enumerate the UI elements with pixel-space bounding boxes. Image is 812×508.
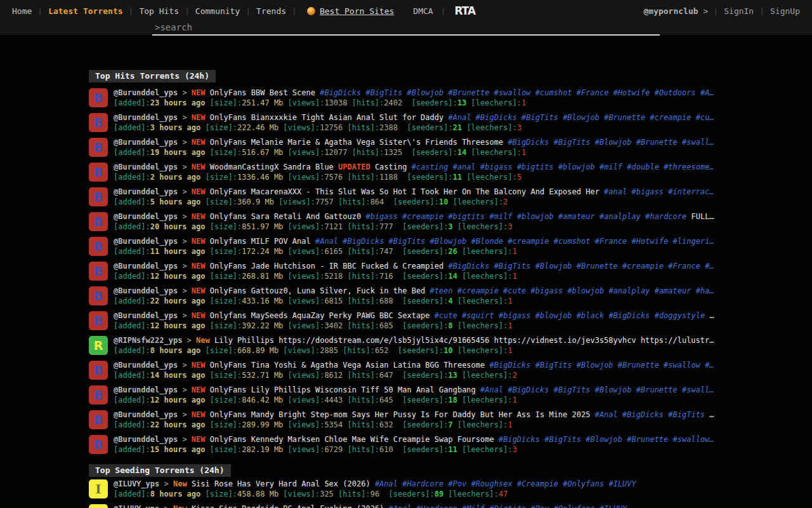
hashtag-link[interactable]: #bigass [499, 311, 531, 320]
torrent-title-link[interactable]: OnlyFans Lily Phillips Wisconsin Tiff 50… [210, 385, 476, 394]
torrent-title-link[interactable]: Kissa Sins Roadside BG Anal Fucking (202… [192, 504, 384, 508]
username-link[interactable]: @Burunddel_yps [114, 187, 178, 196]
hashtag-link[interactable]: #cute [435, 311, 457, 320]
hashtag-link[interactable]: #cumshot [554, 237, 591, 246]
user-avatar[interactable]: I [89, 479, 108, 498]
hashtag-link[interactable]: #Blowjob [430, 237, 467, 246]
hashtag-link[interactable]: #casting [412, 163, 449, 171]
username-link[interactable]: @Burunddel_yps [114, 385, 178, 394]
hashtag-link[interactable]: #Hotwife [632, 237, 669, 246]
hashtag-link[interactable]: #Hotwife [613, 88, 650, 97]
hashtag-link[interactable]: #blowjob [517, 212, 554, 221]
hashtag-link[interactable]: #Blowjob [577, 361, 613, 370]
username-link[interactable]: @Burunddel_yps [114, 212, 178, 221]
torrent-title-link[interactable]: OnlyFans Kennedy Marksen Chloe Mae Wife … [210, 435, 494, 444]
user-avatar[interactable]: B [89, 163, 108, 182]
hashtag-link[interactable]: #lingeri… [673, 237, 714, 246]
hashtag-link[interactable]: #Brunette [636, 138, 678, 147]
hashtag-link[interactable]: #Blowjob [586, 435, 622, 444]
hashtag-link[interactable]: #A… [700, 88, 714, 97]
username-link[interactable]: @Burunddel_yps [114, 262, 178, 271]
hashtag-link[interactable]: #creampie [622, 262, 664, 271]
hashtag-link[interactable]: #BigTits [521, 113, 558, 122]
signup-link[interactable]: SignUp [764, 6, 806, 16]
hashtag-link[interactable]: #Milf [462, 504, 485, 508]
hashtag-link[interactable]: #BigTits [554, 385, 591, 394]
hashtag-link[interactable]: #black [577, 311, 604, 320]
torrent-title-link[interactable]: OnlyFans Mandy Bright Step-mom Says Her … [210, 410, 591, 419]
hashtag-link[interactable]: #bigtits [449, 212, 485, 221]
user-avatar[interactable]: B [89, 187, 108, 206]
torrent-title-link[interactable]: OnlyFans Gattouz0, Luna Silver, Fuck in … [210, 286, 426, 295]
hashtag-link[interactable]: #swallow [664, 361, 700, 370]
username-link[interactable]: @Burunddel_yps [114, 286, 178, 295]
hashtag-link[interactable]: #swall… [682, 385, 714, 394]
hashtag-link[interactable]: #creampie [457, 286, 499, 295]
hashtag-link[interactable]: #swallow [494, 88, 531, 97]
hashtag-link[interactable]: #Anal [315, 237, 338, 246]
hashtag-link[interactable]: #Bigtits [490, 504, 527, 508]
hashtag-link[interactable]: #analplay [599, 212, 641, 221]
hashtag-link[interactable]: #Hardcore [416, 504, 457, 508]
torrent-title-link[interactable]: Onlyfans Sara Retali And Gattouz0 [210, 212, 361, 221]
hashtag-link[interactable]: #amateur [655, 286, 691, 295]
hashtag-link[interactable]: #Blowjob [595, 138, 632, 147]
user-avatar[interactable]: B [89, 385, 108, 404]
hashtag-link[interactable]: #swallow… [673, 435, 714, 444]
hashtag-link[interactable]: #cumshot [535, 88, 572, 97]
hashtag-link[interactable]: #bigass [480, 163, 513, 171]
hashtag-link[interactable]: #Creampie [517, 479, 558, 488]
hashtag-link[interactable]: #milf [599, 163, 622, 171]
hashtag-link[interactable]: #bigass [631, 187, 664, 196]
user-avatar[interactable]: B [89, 311, 108, 330]
hashtag-link[interactable]: #Blowjob [563, 113, 599, 122]
hashtag-link[interactable]: #Brunette [577, 262, 618, 271]
hashtag-link[interactable]: #swall… [682, 138, 714, 147]
torrent-title-link[interactable]: OnlyFans Jade Hutchison - IR BBC Fucked … [210, 262, 443, 271]
hashtag-link[interactable]: #threesome… [664, 163, 714, 171]
nav-item-top-hits[interactable]: Top Hits [133, 6, 185, 16]
user-avatar[interactable]: B [89, 361, 108, 380]
user-avatar[interactable]: B [89, 212, 108, 231]
user-avatar[interactable]: B [89, 113, 108, 132]
hashtag-link[interactable]: #double [627, 163, 659, 171]
hashtag-link[interactable]: #Hardcore [402, 479, 443, 488]
account-menu[interactable]: @mypornclub [643, 6, 698, 16]
torrent-title-link[interactable]: Lily Phillips https://doodstream.com/e/l… [214, 336, 714, 345]
hashtag-link[interactable]: #Anal [389, 504, 412, 508]
user-avatar[interactable]: B [89, 138, 108, 157]
hashtag-link[interactable]: #creampie [508, 237, 549, 246]
username-link[interactable]: @Burunddel_yps [114, 237, 178, 246]
hashtag-link[interactable]: #Brunette [627, 435, 668, 444]
hashtag-link[interactable]: #blowjob [558, 163, 595, 171]
hashtag-link[interactable]: #doggystyle [655, 311, 705, 320]
hashtag-link[interactable]: #analplay [608, 286, 650, 295]
hashtag-link[interactable]: #France [577, 88, 609, 97]
username-link[interactable]: @ILUVY_yps [114, 479, 159, 488]
user-avatar[interactable]: B [89, 410, 108, 429]
hashtag-link[interactable]: #Anal [448, 113, 471, 122]
torrent-title-link[interactable]: OnlyFans Melanie Marie & Agatha Vega Sis… [210, 138, 503, 147]
hashtag-link[interactable]: #BigDicks [608, 311, 650, 320]
username-link[interactable]: @Burunddel_yps [114, 311, 178, 320]
torrent-title-link[interactable]: OnlyFans MacarenaXXX - This Slut Was So … [210, 187, 599, 196]
username-link[interactable]: @Burunddel_yps [114, 88, 178, 97]
hashtag-link[interactable]: #BigDicks [320, 88, 361, 97]
hashtag-link[interactable]: #bigtits [517, 163, 554, 171]
user-avatar[interactable]: B [89, 88, 108, 107]
hashtag-link[interactable]: #Brunette [618, 361, 659, 370]
hashtag-link[interactable]: #BigDicks [343, 237, 384, 246]
hashtag-link[interactable]: #cu… [696, 113, 714, 122]
hashtag-link[interactable]: #Onlyfans [563, 479, 604, 488]
hashtag-link[interactable]: #BigDicks [622, 410, 664, 419]
hashtag-link[interactable]: #BigDicks [508, 138, 549, 147]
username-link[interactable]: @Burunddel_yps [114, 410, 178, 419]
hashtag-link[interactable]: #Blonde [471, 237, 504, 246]
user-avatar[interactable]: B [89, 237, 108, 256]
signin-link[interactable]: SignIn [718, 6, 759, 16]
hashtag-link[interactable]: #BigTits [389, 237, 426, 246]
username-link[interactable]: @Burunddel_yps [114, 361, 178, 370]
torrent-title-link[interactable]: OnlyFans Tina Yoshi & Agatha Vega Asian … [210, 361, 485, 370]
hashtag-link[interactable]: #Anal [480, 385, 503, 394]
promo-link-label[interactable]: Best Porn Sites [320, 6, 394, 16]
